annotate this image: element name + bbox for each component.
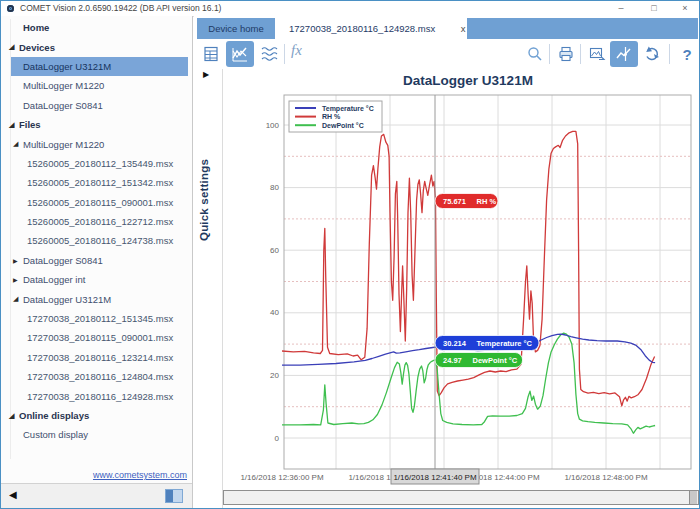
chart-panel: DataLogger U3121M0204060801001/16/2018 1… [223,69,700,488]
tab-strip-filler [467,18,698,39]
tab-document[interactable]: 17270038_20180116_124928.msx [275,18,467,39]
sidebar-section-online-displays[interactable]: ◢Online displays [1,406,192,425]
svg-text:30.214: 30.214 [443,339,467,348]
sidebar-file-17270038-20180116-124928-msx[interactable]: 17270038_20180116_124928.msx [1,386,192,405]
quick-settings-expand-icon[interactable]: ▶ [203,70,209,79]
zoom-button[interactable] [522,41,548,67]
table-view-button[interactable] [198,41,224,67]
sidebar-file-15260005-20180115-090001-msx[interactable]: 15260005_20180115_090001.msx [1,193,192,212]
sidebar-file-15260005-20180116-122712-msx[interactable]: 15260005_20180116_122712.msx [1,212,192,231]
svg-text:RH %: RH % [477,197,497,206]
website-link[interactable]: www.cometsystem.com [93,470,187,480]
title-bar: COMET Vision 2.0.6590.19422 (DB API vers… [1,1,699,17]
sidebar-device-datalogger-s0841[interactable]: DataLogger S0841 [1,96,192,115]
sidebar-item-label: 15260005_20180116_124738.msx [27,235,173,246]
svg-text:DewPoint °C: DewPoint °C [473,356,518,365]
export-image-icon [588,45,606,63]
function-fx-button[interactable]: fx [291,42,302,59]
marks-cursor-icon [614,44,634,64]
toolbar-separator [580,44,581,64]
tree-expanded-icon[interactable]: ◢ [9,121,19,129]
chart-legend: Temperature °CRH %DewPoint °C [289,101,382,132]
chart-canvas[interactable]: DataLogger U3121M0204060801001/16/2018 1… [223,69,700,488]
sidebar-item-label: 15260005_20180115_090001.msx [27,197,173,208]
sidebar-item-label: MultiLogger M1220 [23,139,104,150]
tree-collapsed-icon[interactable]: ▶ [13,257,23,264]
tree-collapsed-icon[interactable]: ▶ [13,276,23,283]
sidebar-device-datalogger-u3121m[interactable]: DataLogger U3121M [11,57,188,76]
sidebar-item-label: 17270038_20180116_123214.msx [27,352,173,363]
tree-expanded-icon[interactable]: ◢ [13,140,23,148]
sidebar-item-label: DataLogger int [23,274,85,285]
svg-text:24.97: 24.97 [443,356,462,365]
show-marks-button[interactable] [610,41,638,67]
export-image-button[interactable] [584,41,610,67]
horizontal-scrollbar[interactable] [223,490,699,505]
quick-settings-label[interactable]: Quick settings [198,131,214,241]
print-button[interactable] [553,41,579,67]
levels-icon [259,45,279,63]
sidebar-item-label: DataLogger U3121M [23,61,111,72]
tree-expanded-icon[interactable]: ◢ [13,295,23,303]
sidebar-device-multilogger-m1220[interactable]: MultiLogger M1220 [1,76,192,95]
tree-expanded-icon[interactable]: ◢ [9,412,19,420]
maximize-button[interactable]: □ [642,1,666,15]
tab-device-home[interactable]: Device home [197,18,275,39]
sidebar-file-17270038-20180115-090001-msx[interactable]: 17270038_20180115_090001.msx [1,328,192,347]
svg-text:1/16/2018 12:41:40 PM: 1/16/2018 12:41:40 PM [393,473,477,482]
levels-view-button[interactable] [256,41,282,67]
sidebar-group-multilogger-m1220[interactable]: ◢MultiLogger M1220 [1,134,192,153]
svg-text:20: 20 [270,371,279,380]
sidebar-item-label: 15260005_20180112_151342.msx [27,177,173,188]
close-button[interactable]: × [673,1,697,15]
graph-view-button[interactable] [226,41,254,67]
tree-expanded-icon[interactable]: ◢ [9,43,19,51]
magnifier-icon [526,45,544,63]
sidebar-file-15260005-20180116-124738-msx[interactable]: 15260005_20180116_124738.msx [1,231,192,250]
toolbar-separator [284,44,285,64]
reset-zoom-button[interactable] [640,41,666,67]
svg-text:Temperature °C: Temperature °C [322,105,374,113]
sidebar-section-files[interactable]: ◢Files [1,115,192,134]
sidebar-group-datalogger-s0841[interactable]: ▶DataLogger S0841 [1,251,192,270]
sidebar-file-15260005-20180112-151342-msx[interactable]: 15260005_20180112_151342.msx [1,173,192,192]
panel-layout-icon[interactable] [165,489,183,503]
table-icon [202,45,220,63]
sidebar-item-label: DataLogger U3121M [23,294,111,305]
sidebar-tree: Home◢DevicesDataLogger U3121MMultiLogger… [1,18,192,445]
sidebar-file-17270038-20180112-151345-msx[interactable]: 17270038_20180112_151345.msx [1,309,192,328]
sidebar-item-label: 15260005_20180112_135449.msx [27,158,173,169]
sidebar-collapse-icon[interactable]: ◀ [9,489,17,500]
sidebar-item-label: 17270038_20180116_124804.msx [27,371,173,382]
sidebar-item-label: 15260005_20180116_122712.msx [27,216,173,227]
sidebar-file-15260005-20180112-135449-msx[interactable]: 15260005_20180112_135449.msx [1,154,192,173]
quick-settings-strip: ▶ Quick settings [194,69,223,508]
scrollbar-thumb[interactable] [689,491,697,504]
printer-icon [557,45,575,63]
sidebar-device-custom-display[interactable]: Custom display [1,425,192,444]
toolbar-separator [669,44,670,64]
sidebar-item-label: MultiLogger M1220 [23,80,104,91]
sidebar-item-label: 17270038_20180115_090001.msx [27,332,173,343]
sidebar-item-label: Files [19,119,41,130]
sidebar-group-datalogger-int[interactable]: ▶DataLogger int [1,270,192,289]
svg-text:0: 0 [275,434,280,443]
sidebar-item-label: Home [23,22,49,33]
sidebar-section-devices[interactable]: ◢Devices [1,37,192,56]
cursor-time-tooltip: 1/16/2018 12:41:40 PM [391,469,479,484]
sidebar-file-17270038-20180116-123214-msx[interactable]: 17270038_20180116_123214.msx [1,348,192,367]
sidebar-item-label: 17270038_20180116_124928.msx [27,391,173,402]
minimize-button[interactable]: – [609,1,633,15]
cursor-value-tooltip: 75.671RH % [435,194,498,209]
sidebar-file-17270038-20180116-124804-msx[interactable]: 17270038_20180116_124804.msx [1,367,192,386]
comet-vision-window: COMET Vision 2.0.6590.19422 (DB API vers… [0,0,700,509]
svg-text:60: 60 [270,246,279,255]
sidebar-bottom-bar: ◀ [1,483,192,508]
svg-text:75.671: 75.671 [443,197,466,206]
help-button[interactable]: ? [674,41,700,67]
svg-text:80: 80 [270,183,279,192]
sidebar-group-datalogger-u3121m[interactable]: ◢DataLogger U3121M [1,289,192,308]
cursor-value-tooltip: 24.97DewPoint °C [435,353,523,368]
svg-text:1/16/2018 12:48:00 PM: 1/16/2018 12:48:00 PM [564,473,648,482]
sidebar-nav-home[interactable]: Home [1,18,192,37]
